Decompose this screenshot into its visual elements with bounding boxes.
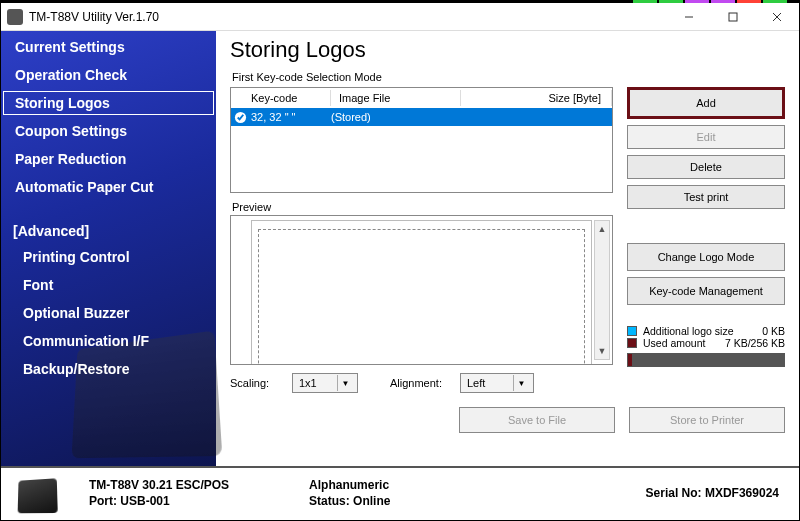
- status-port-label: Port:: [89, 494, 117, 508]
- change-logo-mode-button[interactable]: Change Logo Mode: [627, 243, 785, 271]
- preview-label: Preview: [232, 201, 613, 213]
- row-keycode: 32, 32 " ": [249, 111, 331, 123]
- row-check-icon: [231, 111, 249, 124]
- status-status-value: Online: [353, 494, 390, 508]
- alignment-value: Left: [467, 377, 507, 389]
- test-print-button[interactable]: Test print: [627, 185, 785, 209]
- col-keycode: Key-code: [231, 90, 331, 106]
- page-title: Storing Logos: [230, 37, 785, 63]
- scaling-label: Scaling:: [230, 377, 282, 389]
- scaling-value: 1x1: [299, 377, 331, 389]
- sidebar: Current Settings Operation Check Storing…: [1, 31, 216, 466]
- chevron-down-icon: ▼: [513, 375, 529, 391]
- alignment-dropdown[interactable]: Left ▼: [460, 373, 534, 393]
- scroll-up-icon: ▲: [595, 221, 609, 237]
- maximize-icon: [728, 12, 738, 22]
- used-label: Used amount: [643, 337, 705, 349]
- sidebar-item-optional-buzzer[interactable]: Optional Buzzer: [1, 299, 216, 327]
- sidebar-item-current-settings[interactable]: Current Settings: [1, 33, 216, 61]
- main-panel: Storing Logos First Key-code Selection M…: [216, 31, 799, 466]
- titlebar: TM-T88V Utility Ver.1.70: [1, 3, 799, 31]
- additional-value: 0 KB: [762, 325, 785, 337]
- status-model: TM-T88V 30.21 ESC/POS: [89, 477, 229, 493]
- sidebar-item-communication-if[interactable]: Communication I/F: [1, 327, 216, 355]
- preview-scrollbar[interactable]: ▲ ▼: [594, 220, 610, 360]
- keycode-management-button[interactable]: Key-code Management: [627, 277, 785, 305]
- printer-icon: [15, 473, 59, 513]
- sidebar-item-font[interactable]: Font: [1, 271, 216, 299]
- used-value: 7 KB/256 KB: [725, 337, 785, 349]
- logo-list-header: Key-code Image File Size [Byte]: [231, 88, 612, 108]
- maximize-button[interactable]: [711, 3, 755, 31]
- close-icon: [772, 12, 782, 22]
- store-to-printer-button: Store to Printer: [629, 407, 785, 433]
- col-imagefile: Image File: [331, 90, 461, 106]
- chevron-down-icon: ▼: [337, 375, 353, 391]
- add-button[interactable]: Add: [627, 87, 785, 119]
- close-button[interactable]: [755, 3, 799, 31]
- delete-button[interactable]: Delete: [627, 155, 785, 179]
- save-to-file-button: Save to File: [459, 407, 615, 433]
- logo-list-row[interactable]: 32, 32 " " (Stored): [231, 108, 612, 126]
- mode-label: First Key-code Selection Mode: [232, 71, 785, 83]
- preview-box: ▲ ▼: [230, 215, 613, 365]
- minimize-button[interactable]: [667, 3, 711, 31]
- additional-label: Additional logo size: [643, 325, 733, 337]
- used-swatch: [627, 338, 637, 348]
- status-mode: Alphanumeric: [309, 477, 390, 493]
- status-bar: TM-T88V 30.21 ESC/POS Port: USB-001 Alph…: [1, 466, 799, 518]
- status-serial-value: MXDF369024: [705, 486, 779, 500]
- preview-print-area: [258, 229, 585, 365]
- row-imagefile: (Stored): [331, 111, 461, 123]
- sidebar-advanced-header: [Advanced]: [1, 217, 216, 243]
- status-status-label: Status:: [309, 494, 350, 508]
- edit-button: Edit: [627, 125, 785, 149]
- sidebar-item-automatic-paper-cut[interactable]: Automatic Paper Cut: [1, 173, 216, 201]
- sidebar-item-storing-logos[interactable]: Storing Logos: [1, 89, 216, 117]
- alignment-label: Alignment:: [390, 377, 450, 389]
- sidebar-item-backup-restore[interactable]: Backup/Restore: [1, 355, 216, 383]
- sidebar-item-printing-control[interactable]: Printing Control: [1, 243, 216, 271]
- logo-list[interactable]: Key-code Image File Size [Byte] 32, 32 "…: [230, 87, 613, 193]
- scroll-down-icon: ▼: [595, 343, 609, 359]
- col-size: Size [Byte]: [461, 90, 612, 106]
- usage-bar-used: [628, 354, 632, 366]
- sidebar-item-coupon-settings[interactable]: Coupon Settings: [1, 117, 216, 145]
- minimize-icon: [684, 12, 694, 22]
- window-title: TM-T88V Utility Ver.1.70: [29, 10, 159, 24]
- sidebar-item-operation-check[interactable]: Operation Check: [1, 61, 216, 89]
- scaling-dropdown[interactable]: 1x1 ▼: [292, 373, 358, 393]
- app-icon: [7, 9, 23, 25]
- additional-swatch: [627, 326, 637, 336]
- status-port-value: USB-001: [120, 494, 169, 508]
- usage-bar: [627, 353, 785, 367]
- sidebar-item-paper-reduction[interactable]: Paper Reduction: [1, 145, 216, 173]
- storage-info: Additional logo size 0 KB Used amount 7 …: [627, 325, 785, 367]
- status-serial-label: Serial No:: [646, 486, 702, 500]
- preview-canvas: [251, 220, 592, 365]
- svg-rect-1: [729, 13, 737, 21]
